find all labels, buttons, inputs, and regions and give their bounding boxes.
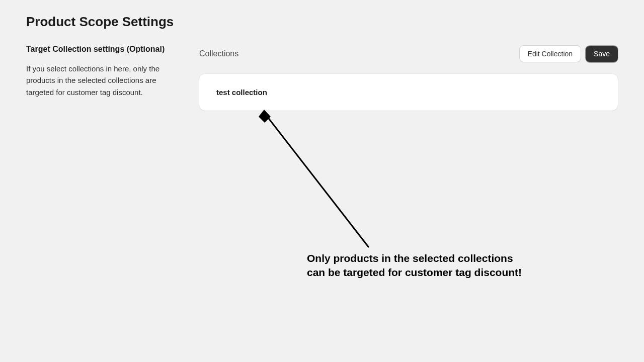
- annotation-arrow-icon: [256, 108, 376, 253]
- collections-card: test collection: [199, 74, 618, 111]
- collection-item: test collection: [216, 88, 601, 97]
- settings-sidebar: Target Collection settings (Optional) If…: [26, 45, 177, 111]
- section-title: Target Collection settings (Optional): [26, 45, 177, 54]
- section-description: If you select collections in here, only …: [26, 63, 177, 98]
- collections-label: Collections: [199, 49, 238, 58]
- svg-line-0: [264, 113, 369, 247]
- edit-collection-button[interactable]: Edit Collection: [520, 46, 581, 62]
- annotation-text: Only products in the selected collection…: [307, 251, 522, 280]
- save-button[interactable]: Save: [586, 46, 618, 62]
- main-panel: Collections Edit Collection Save test co…: [199, 45, 618, 111]
- page-title: Product Scope Settings: [26, 14, 618, 30]
